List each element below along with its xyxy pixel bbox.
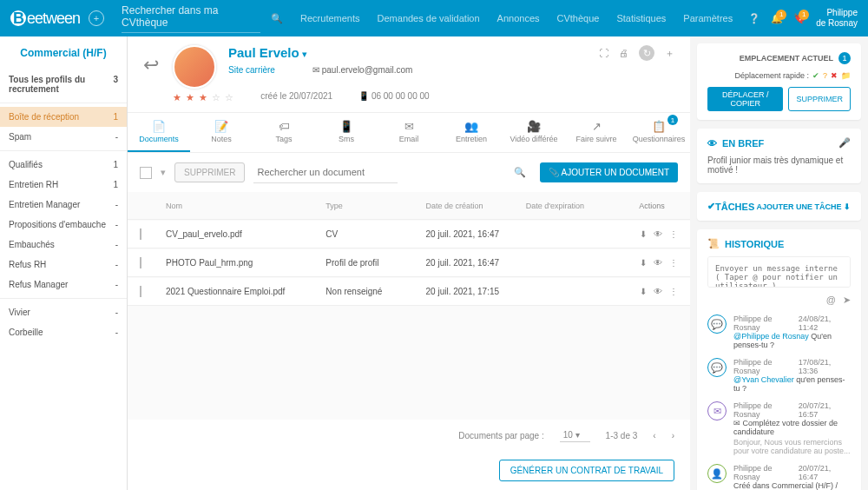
table-row: PHOTO Paul_hrm.pngProfil de profil20 jui… — [128, 249, 690, 277]
nav-demandes de validation[interactable]: Demandes de validation — [378, 13, 480, 23]
search-icon[interactable]: 🔍 — [271, 13, 283, 24]
quick-yes-icon[interactable]: ✔ — [812, 71, 819, 80]
prev-page[interactable]: ‹ — [653, 431, 655, 440]
add-document-button[interactable]: 📎 AJOUTER UN DOCUMENT — [540, 162, 678, 182]
sidebar-item[interactable]: Spam- — [0, 127, 127, 147]
sidebar-item[interactable]: Corbeille- — [0, 322, 127, 342]
history-item: 👤Philippe de Rosnay20/07/21, 16:47Créé d… — [707, 464, 851, 490]
quick-folder-icon[interactable]: 📁 — [841, 71, 851, 80]
logo[interactable]: Beetween — [10, 10, 80, 28]
sidebar-item[interactable]: Tous les profils du recrutement3 — [0, 70, 127, 99]
tab-faire suivre[interactable]: ↗Faire suivre — [565, 113, 628, 152]
add-task-button[interactable]: AJOUTER UNE TÂCHE ⬇ — [756, 202, 851, 211]
select-all-checkbox[interactable] — [140, 167, 152, 179]
table-header: Nom Type Date de création Date d'expirat… — [128, 193, 690, 220]
next-page[interactable]: › — [672, 431, 674, 440]
history-item: ✉Philippe de Rosnay20/07/21, 16:57✉ Comp… — [707, 401, 851, 455]
history-icon: 📜 — [707, 238, 720, 249]
download-icon[interactable]: ⬇ — [640, 229, 647, 239]
tab-entretien[interactable]: 👥Entretien — [440, 113, 503, 152]
view-icon[interactable]: 👁 — [654, 258, 662, 268]
notif-flag-icon[interactable]: 🔖1 — [793, 13, 806, 24]
site-link[interactable]: Site carrière — [228, 65, 275, 75]
sidebar-item[interactable]: Embauchés- — [0, 235, 127, 255]
emp-title: EMPLACEMENT ACTUEL — [740, 54, 833, 63]
brief-icon: 👁 — [707, 138, 717, 149]
global-search[interactable]: Rechercher dans ma CVthèque — [122, 4, 260, 33]
view-icon[interactable]: 👁 — [654, 287, 662, 296]
delete-button[interactable]: SUPPRIMER — [174, 162, 245, 182]
help-icon[interactable]: ❔ — [748, 13, 760, 24]
avatar — [173, 45, 216, 89]
merge-icon[interactable]: ↻ — [639, 45, 654, 61]
sidebar-title[interactable]: Commercial (H/F) — [0, 36, 127, 70]
sidebar-item[interactable]: Vivier- — [0, 302, 127, 322]
print-icon[interactable]: 🖨 — [619, 48, 628, 58]
history-message-input[interactable] — [707, 256, 851, 288]
notif-bell-icon[interactable]: 🔔1 — [771, 13, 783, 24]
table-row: 2021 Questionnaire Emploi.pdfNon renseig… — [128, 278, 690, 306]
sidebar-item[interactable]: Qualifiés1 — [0, 155, 127, 175]
history-item: 💬Philippe de Rosnay17/08/21, 13:36@Yvan … — [707, 358, 851, 393]
brief-text: Profil junior mais très dynamique et mot… — [707, 156, 851, 175]
sidebar-item[interactable]: Refus RH- — [0, 255, 127, 275]
new-icon[interactable]: + — [89, 10, 104, 26]
move-copy-button[interactable]: DÉPLACER / COPIER — [707, 87, 783, 111]
tab-documents[interactable]: 📄Documents — [128, 113, 190, 152]
sidebar-item[interactable]: Refus Manager- — [0, 275, 127, 295]
sidebar: Commercial (H/F) Tous les profils du rec… — [0, 36, 128, 490]
expand-icon[interactable]: ⛶ — [599, 48, 608, 58]
created-date: créé le 20/07/2021 — [260, 91, 332, 101]
tab-sms[interactable]: 📱Sms — [315, 113, 378, 152]
candidate-name[interactable]: Paul Ervelo — [228, 45, 299, 60]
sidebar-item[interactable]: Propositions d'embauche- — [0, 215, 127, 235]
nav-cvthèque[interactable]: CVthèque — [557, 13, 600, 23]
mic-icon[interactable]: 🎤 — [838, 137, 851, 149]
document-search-input[interactable] — [253, 162, 398, 183]
candidate-phone[interactable]: 📱 06 00 00 00 00 — [358, 91, 430, 101]
quick-no-icon[interactable]: ✖ — [831, 71, 838, 80]
sidebar-item[interactable]: Entretien Manager- — [0, 195, 127, 215]
per-page-select[interactable]: 10 ▾ — [560, 428, 590, 442]
mention-icon[interactable]: @ — [826, 295, 836, 306]
generate-contract-button[interactable]: GÉNÉRER UN CONTRAT DE TRAVAIL — [499, 460, 674, 481]
tab-notes[interactable]: 📝Notes — [190, 113, 253, 152]
back-icon[interactable]: ↩ — [143, 54, 159, 76]
candidate-email[interactable]: ✉ paul.ervelo@gmail.com — [312, 65, 412, 75]
quick-maybe-icon[interactable]: ? — [823, 71, 827, 80]
more-icon[interactable]: ⋮ — [669, 287, 678, 296]
rating[interactable]: ★ ★ ★ ☆ ☆ — [173, 92, 234, 103]
sidebar-item[interactable]: Boîte de réception1 — [0, 107, 127, 127]
row-checkbox[interactable] — [140, 228, 141, 240]
row-checkbox[interactable] — [140, 257, 141, 268]
user-menu[interactable]: Philippede Rosnay — [816, 8, 858, 29]
nav-recrutements[interactable]: Recrutements — [300, 13, 359, 23]
row-checkbox[interactable] — [140, 286, 141, 297]
nav-annonces[interactable]: Annonces — [497, 13, 540, 23]
history-item: 💬Philippe de Rosnay24/08/21, 11:42@Phili… — [707, 315, 851, 349]
tab-vidéo différée[interactable]: 🎥Vidéo différée — [503, 113, 565, 152]
table-row: CV_paul_ervelo.pdfCV20 juil. 2021, 16:47… — [128, 221, 690, 248]
nav-paramètres[interactable]: Paramètres — [683, 13, 733, 23]
tab-email[interactable]: ✉Email — [378, 113, 440, 152]
tab-tags[interactable]: 🏷Tags — [253, 113, 315, 152]
add-icon[interactable]: ＋ — [665, 47, 674, 60]
nav-statistiques[interactable]: Statistiques — [616, 13, 666, 23]
pagination: Documents par page : 10 ▾ 1-3 de 3 ‹ › — [128, 420, 690, 451]
sidebar-item[interactable]: Entretien RH1 — [0, 175, 127, 195]
more-icon[interactable]: ⋮ — [669, 229, 678, 239]
delete-right-button[interactable]: SUPPRIMER — [788, 87, 851, 111]
main-nav: RecrutementsDemandes de validationAnnonc… — [300, 13, 733, 23]
task-icon: ✔ — [707, 201, 715, 212]
view-icon[interactable]: 👁 — [654, 229, 662, 239]
more-icon[interactable]: ⋮ — [669, 258, 678, 268]
tab-questionnaires[interactable]: 📋Questionnaires1 — [628, 113, 690, 152]
download-icon[interactable]: ⬇ — [640, 287, 647, 296]
send-icon[interactable]: ➤ — [843, 295, 851, 306]
download-icon[interactable]: ⬇ — [640, 258, 647, 268]
search-icon[interactable]: 🔍 — [514, 167, 526, 178]
